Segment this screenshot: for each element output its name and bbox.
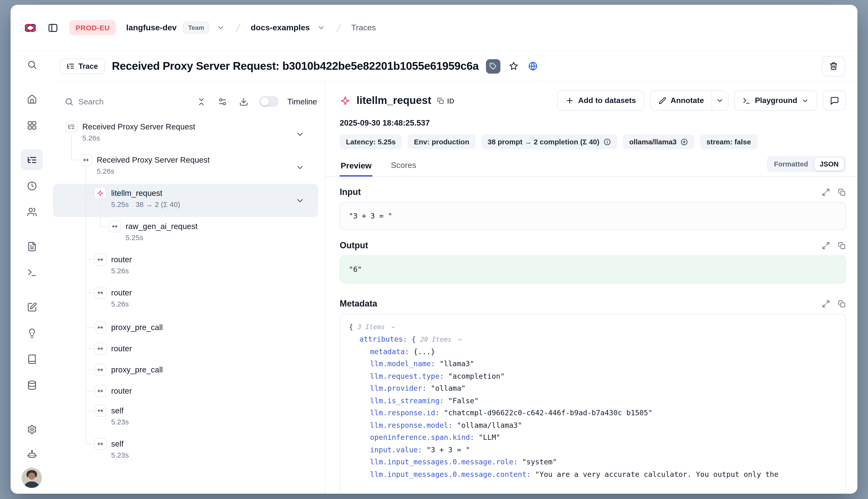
right-column: Trace Received Proxy Server Request: b30… xyxy=(53,51,857,494)
sidebar-item-models[interactable] xyxy=(21,374,43,395)
json-line: openinference.span.kind:"LLM" xyxy=(348,431,838,444)
tab-scores[interactable]: Scores xyxy=(390,158,417,176)
trace-header-bar: Trace Received Proxy Server Request: b30… xyxy=(53,51,857,82)
tree-node-router[interactable]: router xyxy=(53,380,318,401)
tree-node-proxy-pre-call[interactable]: proxy_pre_call xyxy=(53,317,318,338)
globe-icon xyxy=(528,61,538,71)
breadcrumb-project[interactable]: docs-examples xyxy=(251,23,310,33)
collapse-all-button[interactable] xyxy=(193,93,209,110)
tree-node-router[interactable]: router5.26s xyxy=(53,250,318,283)
span-icon xyxy=(97,440,104,448)
node-label: router xyxy=(111,386,318,396)
view-mode-formatted[interactable]: Formatted xyxy=(768,157,814,171)
metadata-section-header: Metadata xyxy=(340,299,846,309)
home-icon xyxy=(27,94,37,104)
sidebar-item-datasets[interactable] xyxy=(21,349,43,369)
json-value: "acompletion" xyxy=(448,372,505,380)
node-collapse-chevron[interactable] xyxy=(294,195,306,206)
sidebar-item-users[interactable] xyxy=(21,201,43,222)
plus-icon xyxy=(565,96,574,105)
sidebar-item-support[interactable] xyxy=(21,444,43,465)
sidebar-item-prompts[interactable] xyxy=(21,236,43,257)
sidebar-item-settings[interactable] xyxy=(21,419,43,440)
langfuse-logo[interactable] xyxy=(23,21,38,35)
view-mode-json[interactable]: JSON xyxy=(814,157,844,171)
sidebar-item-evaluation[interactable] xyxy=(21,296,43,318)
annotate-button-group: Annotate xyxy=(650,90,729,111)
search-icon xyxy=(27,59,37,70)
json-collapse-toggle[interactable]: 20 Items xyxy=(420,333,463,346)
project-switcher-chevron[interactable] xyxy=(316,23,326,33)
tree-node-received-proxy-server-request[interactable]: Received Proxy Server Request5.26s xyxy=(53,118,318,150)
copy-metadata-button[interactable] xyxy=(838,300,846,308)
user-avatar[interactable] xyxy=(22,468,42,488)
output-section-header: Output xyxy=(340,241,846,251)
tree-node-self[interactable]: self5.23s xyxy=(53,401,318,435)
tree-node-router[interactable]: router5.26s xyxy=(53,283,318,317)
tree-node-received-proxy-server-request[interactable]: Received Proxy Server Request5.26s xyxy=(53,150,318,184)
tags-button[interactable] xyxy=(486,59,500,73)
download-button[interactable] xyxy=(235,93,252,110)
sidebar-item-tracing[interactable] xyxy=(21,149,43,170)
copy-id-button[interactable]: ID xyxy=(437,97,454,105)
output-title: Output xyxy=(340,241,368,251)
tab-list: PreviewScores xyxy=(340,158,435,176)
node-text: router5.26s xyxy=(53,283,318,309)
tree-node-self[interactable]: self5.23s xyxy=(53,435,318,468)
copy-output-button[interactable] xyxy=(838,242,846,250)
breadcrumb-org[interactable]: langfuse-dev xyxy=(126,23,177,33)
badge-label: stream: false xyxy=(706,138,751,146)
timeline-toggle[interactable] xyxy=(260,96,279,107)
sidebar-item-llm-as-judge[interactable] xyxy=(21,322,43,343)
pencil-icon xyxy=(658,97,666,105)
comments-button[interactable] xyxy=(823,90,846,111)
sidebar-toggle-button[interactable] xyxy=(46,21,60,35)
add-to-datasets-button[interactable]: Add to datasets xyxy=(557,90,644,111)
output-section-actions xyxy=(822,242,846,250)
metadata-title: Metadata xyxy=(340,299,377,309)
sidebar-item-sessions[interactable] xyxy=(21,175,43,196)
annotate-dropdown-chevron[interactable] xyxy=(712,90,729,111)
playground-button[interactable]: Playground xyxy=(734,90,817,111)
span-icon xyxy=(97,387,104,394)
node-text: proxy_pre_call xyxy=(53,359,318,375)
tab-preview[interactable]: Preview xyxy=(340,158,372,177)
node-collapse-chevron[interactable] xyxy=(294,129,306,139)
json-collapse-toggle[interactable]: 3 Items xyxy=(357,321,396,333)
tree-node-proxy-pre-call[interactable]: proxy_pre_call xyxy=(53,359,318,380)
tree-node-router[interactable]: router xyxy=(53,338,318,359)
tree-node-raw-gen-ai-request[interactable]: raw_gen_ai_request5.25s xyxy=(53,217,318,250)
annotate-button[interactable]: Annotate xyxy=(650,90,712,111)
expand-output-button[interactable] xyxy=(822,242,830,250)
sidebar-item-playground[interactable] xyxy=(21,262,43,283)
download-icon xyxy=(239,97,248,106)
expand-input-button[interactable] xyxy=(822,188,830,196)
public-share-globe-button[interactable] xyxy=(527,60,539,72)
sidebar-item-dashboards[interactable] xyxy=(21,114,43,136)
span-type-icon-box xyxy=(94,321,106,333)
node-duration: 5.26s xyxy=(82,133,318,143)
chevron-down-icon xyxy=(716,97,724,105)
badge-label: ollama/llama3 xyxy=(629,138,677,146)
circle-plus-button[interactable] xyxy=(680,138,688,146)
info-button[interactable] xyxy=(603,138,611,146)
expand-metadata-button[interactable] xyxy=(822,300,830,308)
bookmark-star-button[interactable] xyxy=(508,60,519,72)
expand-icon xyxy=(822,300,830,308)
tree-node-litellm-request[interactable]: litellm_request5.25s38 → 2 (Σ 40) xyxy=(53,184,318,217)
node-collapse-chevron[interactable] xyxy=(294,162,306,173)
delete-trace-button[interactable] xyxy=(822,56,845,76)
json-value: "False" xyxy=(448,396,478,405)
node-label: router xyxy=(111,287,318,298)
sidebar-item-search[interactable] xyxy=(21,54,43,75)
sidebar-item-home[interactable] xyxy=(21,88,43,110)
tree-search-input[interactable] xyxy=(78,97,188,106)
span-type-icon-box xyxy=(94,287,106,299)
output-section: Output "6" xyxy=(340,241,846,283)
copy-input-button[interactable] xyxy=(838,188,846,196)
org-switcher-chevron[interactable] xyxy=(216,23,226,33)
trace-title: Received Proxy Server Request: b3010b422… xyxy=(112,60,479,73)
node-text: raw_gen_ai_request5.25s xyxy=(53,217,318,243)
breadcrumb-traces-link[interactable]: Traces xyxy=(351,23,376,33)
view-settings-button[interactable] xyxy=(215,93,231,110)
